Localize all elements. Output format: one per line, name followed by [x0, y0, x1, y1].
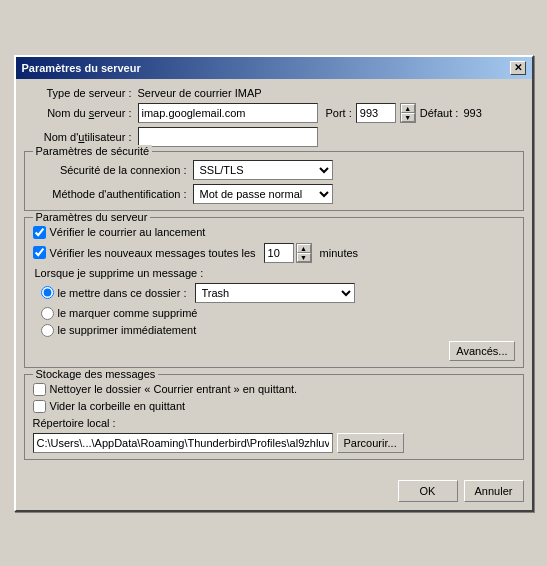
folder-select[interactable]: Trash — [195, 283, 355, 303]
interval-unit: minutes — [320, 247, 359, 259]
local-dir-row: Parcourir... — [33, 433, 515, 453]
clean-inbox-label: Nettoyer le dossier « Courrier entrant »… — [50, 383, 298, 395]
port-label: Port : — [326, 107, 352, 119]
dialog-content: Type de serveur : Serveur de courrier IM… — [16, 79, 532, 474]
port-up-button[interactable]: ▲ — [401, 104, 415, 113]
connection-security-row: Sécurité de la connexion : SSL/TLS START… — [33, 160, 515, 180]
port-input[interactable] — [356, 103, 396, 123]
delete-label-row: Lorsque je supprime un message : — [33, 267, 515, 279]
close-button[interactable]: ✕ — [510, 61, 526, 75]
interval-up-button[interactable]: ▲ — [297, 244, 311, 253]
move-to-folder-row: le mettre dans ce dossier : Trash — [33, 283, 515, 303]
avances-button[interactable]: Avancés... — [449, 341, 514, 361]
port-down-button[interactable]: ▼ — [401, 113, 415, 122]
browse-button[interactable]: Parcourir... — [337, 433, 404, 453]
default-label: Défaut : 993 — [420, 107, 482, 119]
check-launch-row: Vérifier le courrier au lancement — [33, 226, 515, 239]
delete-immediately-radio[interactable] — [41, 324, 54, 337]
security-group-label: Paramètres de sécurité — [33, 145, 153, 157]
server-name-input[interactable] — [138, 103, 318, 123]
empty-trash-row: Vider la corbeille en quittant — [33, 400, 515, 413]
username-row: Nom d'utilisateur : — [24, 127, 524, 147]
mark-deleted-row: le marquer comme supprimé — [33, 307, 515, 320]
server-type-row: Type de serveur : Serveur de courrier IM… — [24, 87, 524, 99]
clean-inbox-row: Nettoyer le dossier « Courrier entrant »… — [33, 383, 515, 396]
interval-control: ▲ ▼ — [264, 243, 312, 263]
check-new-messages-label: Vérifier les nouveaux messages toutes le… — [50, 247, 256, 259]
interval-spinner: ▲ ▼ — [296, 243, 312, 263]
auth-select[interactable]: Mot de passe normal Mot de passe chiffré… — [193, 184, 333, 204]
username-input[interactable] — [138, 127, 318, 147]
avances-row: Avancés... — [33, 341, 515, 361]
auth-method-row: Méthode d'authentification : Mot de pass… — [33, 184, 515, 204]
clean-inbox-checkbox[interactable] — [33, 383, 46, 396]
dialog-titlebar: Paramètres du serveur ✕ — [16, 57, 532, 79]
server-name-row: Nom du serveur : Port : ▲ ▼ Défaut : 993 — [24, 103, 524, 123]
move-to-folder-label: le mettre dans ce dossier : — [58, 287, 187, 299]
local-dir-label: Répertoire local : — [33, 417, 116, 429]
empty-trash-label: Vider la corbeille en quittant — [50, 400, 186, 412]
check-launch-label: Vérifier le courrier au lancement — [50, 226, 206, 238]
server-name-label-text: Nom du serveur : — [47, 107, 131, 119]
mark-deleted-label: le marquer comme supprimé — [58, 307, 198, 319]
check-new-messages-row: Vérifier les nouveaux messages toutes le… — [33, 243, 515, 263]
security-group: Paramètres de sécurité Sécurité de la co… — [24, 151, 524, 211]
auth-label: Méthode d'authentification : — [33, 188, 193, 200]
mark-deleted-radio[interactable] — [41, 307, 54, 320]
connection-label: Sécurité de la connexion : — [33, 164, 193, 176]
move-to-folder-radio[interactable] — [41, 286, 54, 299]
delete-label: Lorsque je supprime un message : — [35, 267, 204, 279]
server-type-label: Type de serveur : — [28, 87, 138, 99]
check-new-messages-checkbox[interactable] — [33, 246, 46, 259]
server-name-label: Nom du serveur : — [28, 107, 138, 119]
dialog-title: Paramètres du serveur — [22, 62, 141, 74]
username-label: Nom d'utilisateur : — [28, 131, 138, 143]
local-dir-input[interactable] — [33, 433, 333, 453]
check-launch-checkbox[interactable] — [33, 226, 46, 239]
cancel-button[interactable]: Annuler — [464, 480, 524, 502]
delete-immediately-label: le supprimer immédiatement — [58, 324, 197, 336]
storage-group: Stockage des messages Nettoyer le dossie… — [24, 374, 524, 460]
ok-button[interactable]: OK — [398, 480, 458, 502]
server-type-value: Serveur de courrier IMAP — [138, 87, 262, 99]
connection-select[interactable]: SSL/TLS STARTTLS Aucune — [193, 160, 333, 180]
empty-trash-checkbox[interactable] — [33, 400, 46, 413]
port-spinner: ▲ ▼ — [400, 103, 416, 123]
interval-input[interactable] — [264, 243, 294, 263]
local-dir-label-row: Répertoire local : — [33, 417, 515, 429]
server-params-group-label: Paramètres du serveur — [33, 211, 151, 223]
delete-immediately-row: le supprimer immédiatement — [33, 324, 515, 337]
server-params-group: Paramètres du serveur Vérifier le courri… — [24, 217, 524, 368]
interval-down-button[interactable]: ▼ — [297, 253, 311, 262]
storage-group-label: Stockage des messages — [33, 368, 159, 380]
dialog-buttons: OK Annuler — [16, 474, 532, 510]
dialog-window: Paramètres du serveur ✕ Type de serveur … — [14, 55, 534, 512]
